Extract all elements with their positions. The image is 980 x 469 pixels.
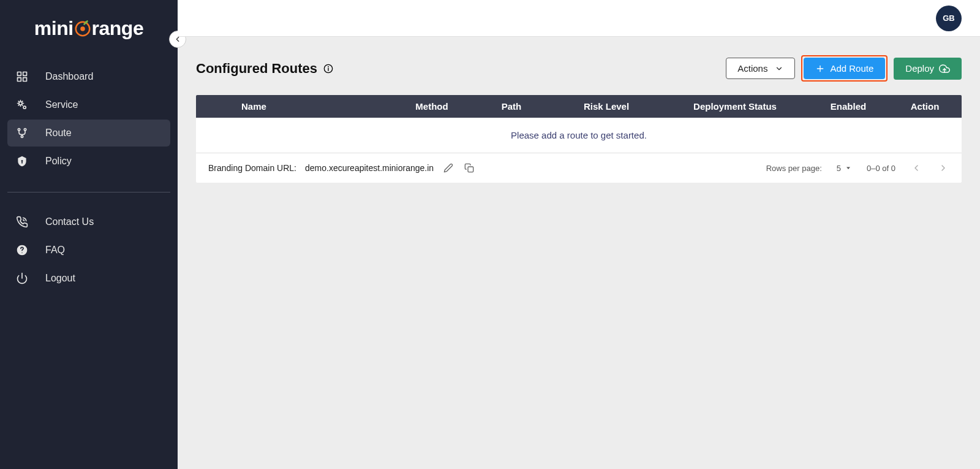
next-page-button[interactable]	[937, 162, 949, 174]
pagination-range: 0–0 of 0	[867, 164, 895, 173]
prev-page-button[interactable]	[910, 162, 922, 174]
add-route-button[interactable]: Add Route	[804, 58, 885, 79]
info-icon[interactable]	[323, 64, 333, 74]
table-empty-message: Please add a route to get started.	[196, 118, 962, 153]
svg-rect-2	[18, 72, 21, 76]
page-header: Configured Routes Actions Add Route	[196, 55, 962, 82]
dashboard-icon	[16, 71, 28, 83]
rows-per-page-label: Rows per page:	[766, 164, 822, 173]
column-risk: Risk Level	[551, 101, 662, 112]
svg-marker-22	[846, 167, 850, 170]
svg-rect-5	[23, 78, 27, 82]
svg-rect-4	[18, 78, 21, 82]
sidebar-item-contact[interactable]: Contact Us	[7, 208, 170, 235]
sidebar-item-logout[interactable]: Logout	[7, 265, 170, 292]
nav-secondary: Contact Us FAQ Logout	[0, 204, 178, 298]
sidebar-item-route[interactable]: Route	[7, 120, 170, 147]
svg-rect-3	[23, 72, 27, 76]
svg-rect-21	[468, 167, 473, 172]
gears-icon	[16, 99, 28, 111]
brand-logo: minirange	[0, 11, 178, 58]
topbar: GB	[178, 0, 980, 37]
svg-point-7	[23, 106, 26, 109]
copy-branding-button[interactable]	[463, 162, 475, 174]
routes-table: Name Method Path Risk Level Deployment S…	[196, 95, 962, 183]
chevron-right-icon	[938, 163, 948, 173]
sidebar-item-policy[interactable]: Policy	[7, 148, 170, 175]
route-icon	[16, 127, 28, 139]
sidebar-item-label: Service	[45, 99, 78, 110]
column-path: Path	[472, 101, 551, 112]
table-footer: Branding Domain URL: demo.xecureapitest.…	[196, 153, 962, 183]
sidebar-item-dashboard[interactable]: Dashboard	[7, 63, 170, 90]
rows-per-page-value: 5	[837, 164, 841, 173]
column-method: Method	[392, 101, 472, 112]
sidebar: minirange Dashboard Service Route Policy…	[0, 0, 178, 469]
add-route-highlight: Add Route	[801, 55, 888, 82]
sidebar-item-label: Route	[45, 128, 72, 139]
shield-icon	[16, 155, 28, 167]
column-deploy: Deployment Status	[662, 101, 809, 112]
nav-primary: Dashboard Service Route Policy	[0, 58, 178, 181]
main-content: Configured Routes Actions Add Route	[178, 0, 980, 469]
header-actions: Actions Add Route Deploy	[726, 55, 962, 82]
sidebar-item-label: Contact Us	[45, 216, 94, 227]
sidebar-item-label: FAQ	[45, 245, 65, 256]
actions-label: Actions	[737, 63, 767, 74]
sidebar-item-label: Dashboard	[45, 71, 93, 82]
svg-point-13	[21, 253, 22, 253]
column-enabled: Enabled	[809, 101, 888, 112]
deploy-button[interactable]: Deploy	[894, 58, 962, 80]
copy-icon	[464, 163, 474, 173]
table-header-row: Name Method Path Risk Level Deployment S…	[196, 95, 962, 118]
cloud-upload-icon	[939, 63, 950, 74]
rows-per-page-select[interactable]: 5	[837, 164, 852, 173]
deploy-label: Deploy	[905, 63, 934, 74]
svg-point-17	[328, 66, 329, 67]
plus-icon	[815, 64, 825, 74]
help-icon	[16, 244, 28, 256]
sidebar-item-faq[interactable]: FAQ	[7, 237, 170, 264]
brand-prefix: mini	[34, 17, 74, 39]
sidebar-item-label: Policy	[45, 156, 72, 167]
caret-down-icon	[845, 164, 852, 172]
brand-suffix: range	[92, 17, 144, 39]
add-route-label: Add Route	[830, 63, 873, 74]
branding-url-value: demo.xecureapitest.miniorange.in	[305, 163, 434, 173]
sidebar-item-service[interactable]: Service	[7, 91, 170, 118]
column-action: Action	[888, 101, 962, 112]
phone-icon	[16, 216, 28, 228]
chevron-left-icon	[911, 163, 921, 173]
branding-url-label: Branding Domain URL:	[208, 163, 296, 173]
edit-branding-button[interactable]	[442, 162, 454, 174]
svg-point-1	[81, 28, 84, 31]
brand-accent	[74, 17, 92, 39]
sidebar-item-label: Logout	[45, 273, 75, 284]
user-avatar[interactable]: GB	[936, 6, 962, 31]
chevron-down-icon	[775, 64, 783, 73]
pencil-icon	[443, 163, 453, 173]
page-title: Configured Routes	[196, 61, 317, 77]
power-icon	[16, 272, 28, 284]
actions-dropdown[interactable]: Actions	[726, 58, 795, 79]
column-name: Name	[196, 101, 392, 112]
nav-divider	[7, 192, 170, 193]
avatar-initials: GB	[943, 13, 955, 23]
